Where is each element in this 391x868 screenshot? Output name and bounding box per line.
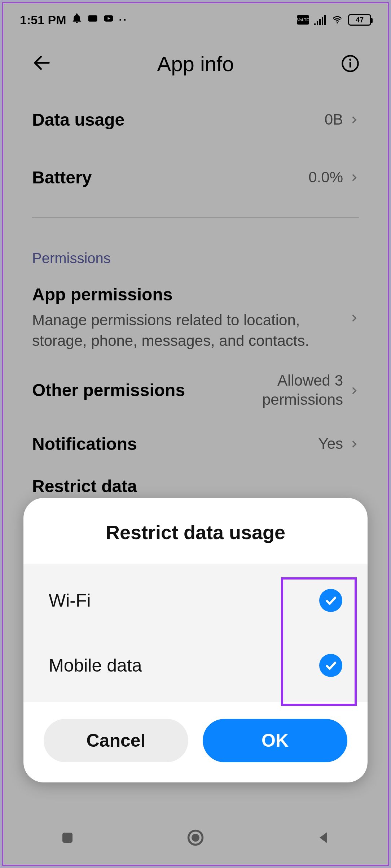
system-nav-bar (3, 811, 388, 865)
row-app-permissions[interactable]: App permissions Manage permissions relat… (32, 274, 359, 362)
volte-icon: VoLTE (297, 15, 309, 25)
nav-home-button[interactable] (183, 825, 208, 850)
app-permissions-label: App permissions (32, 285, 339, 304)
youtube-icon (103, 13, 114, 27)
battery-label: Battery (32, 168, 92, 187)
svg-point-9 (192, 834, 199, 842)
app-chip-icon (87, 13, 98, 27)
chevron-right-icon (350, 435, 359, 452)
data-usage-label: Data usage (32, 110, 124, 130)
notification-bell-icon (71, 13, 82, 27)
data-usage-value: 0B (325, 111, 343, 128)
row-battery[interactable]: Battery 0.0% (32, 148, 359, 206)
chevron-right-icon (350, 309, 359, 326)
nav-back-button[interactable] (311, 825, 336, 850)
ok-button[interactable]: OK (203, 719, 347, 762)
notifications-value: Yes (318, 435, 343, 452)
other-permissions-value: Allowed 3 permissions (231, 371, 343, 409)
dialog-title: Restrict data usage (23, 498, 368, 564)
battery-icon: 47 (348, 14, 371, 26)
app-bar: App info (3, 36, 388, 91)
checkbox-mobile-data[interactable] (319, 654, 342, 677)
row-data-usage[interactable]: Data usage 0B (32, 91, 359, 148)
svg-rect-0 (88, 15, 97, 22)
status-bar: 1:51 PM ·· VoLTE (3, 3, 388, 36)
dialog-restrict-data-usage: Restrict data usage Wi-Fi Mobile data Ca… (23, 498, 368, 782)
back-button[interactable] (31, 52, 53, 75)
divider (32, 217, 359, 218)
battery-value: 0.0% (308, 169, 343, 186)
app-permissions-sub: Manage permissions related to location, … (32, 310, 328, 351)
status-time: 1:51 PM (20, 13, 66, 27)
checkbox-wifi[interactable] (319, 589, 342, 612)
svg-point-6 (349, 58, 351, 61)
chevron-right-icon (350, 382, 359, 399)
notifications-label: Notifications (32, 434, 137, 454)
chevron-right-icon (350, 169, 359, 186)
section-header-permissions: Permissions (32, 250, 359, 266)
row-notifications[interactable]: Notifications Yes (32, 418, 359, 469)
cancel-button[interactable]: Cancel (44, 719, 188, 762)
dialog-option-mobile-label: Mobile data (49, 655, 142, 676)
svg-rect-7 (62, 833, 73, 843)
dialog-option-wifi-label: Wi-Fi (49, 590, 91, 611)
signal-icon (313, 15, 326, 25)
nav-recents-button[interactable] (55, 825, 80, 850)
svg-point-2 (337, 22, 338, 23)
wifi-icon (331, 15, 344, 25)
dialog-option-mobile-data[interactable]: Mobile data (23, 633, 368, 698)
page-title: App info (157, 52, 234, 76)
restrict-data-label: Restrict data (32, 476, 137, 496)
other-permissions-label: Other permissions (32, 379, 220, 401)
dialog-option-wifi[interactable]: Wi-Fi (23, 568, 368, 633)
more-notifications-icon: ·· (119, 14, 128, 26)
row-other-permissions[interactable]: Other permissions Allowed 3 permissions (32, 362, 359, 418)
info-button[interactable] (338, 54, 360, 73)
chevron-right-icon (350, 111, 359, 128)
